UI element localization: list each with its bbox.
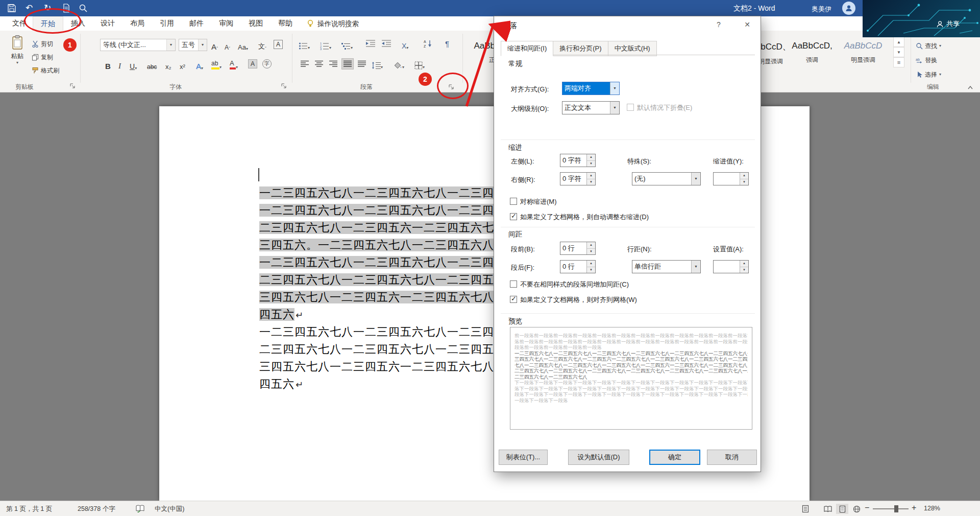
share-button[interactable]: 共享	[936, 19, 960, 29]
font-dialog-launcher-icon[interactable]	[281, 83, 287, 89]
document-area[interactable]: 一二三四五六七八一二三四五六七八一二三四一二三四五六七八一二三四五六七八一二三四…	[0, 92, 980, 501]
language-status[interactable]: 中文(中国)	[155, 505, 184, 513]
style-item-强调[interactable]: AaBbCcD,强调	[789, 37, 836, 71]
tabs-button[interactable]: 制表位(T)...	[499, 450, 548, 465]
ribbon-tab-审阅[interactable]: 审阅	[211, 16, 241, 31]
spin-up-icon[interactable]: ▲	[587, 242, 595, 249]
set-default-button[interactable]: 设为默认值(D)	[568, 450, 629, 465]
distribute-button[interactable]	[356, 58, 368, 69]
status-page-icon[interactable]	[799, 504, 812, 514]
cut-button[interactable]: 剪切	[32, 39, 53, 49]
indent-right-spin[interactable]: 0 字符 ▲▼	[560, 172, 596, 185]
font-size-combo[interactable]: 五号 ▼	[179, 39, 207, 51]
print-layout-icon[interactable]	[836, 504, 848, 514]
styles-more-button[interactable]: ≡	[893, 57, 904, 67]
ribbon-tab-帮助[interactable]: 帮助	[271, 16, 300, 31]
collapse-ribbon-icon[interactable]	[967, 85, 974, 90]
superscript-button[interactable]: x²	[180, 59, 185, 71]
style-item-明显强调[interactable]: AaBbCcD明显强调	[840, 37, 887, 71]
highlight-color-button[interactable]: ab▾	[211, 58, 222, 69]
line-spacing-combo[interactable]: 单倍行距 ▼	[632, 260, 701, 273]
save-icon[interactable]	[7, 4, 16, 13]
copy-button[interactable]: 复制	[32, 52, 53, 62]
bold-button[interactable]: B	[105, 59, 111, 71]
character-shading-button[interactable]: A	[248, 59, 257, 68]
zoom-in-button[interactable]: +	[912, 503, 916, 512]
mirror-indents-checkbox[interactable]: 对称缩进(M)	[510, 197, 557, 206]
zoom-out-button[interactable]: −	[865, 503, 869, 512]
styles-scroll-down-button[interactable]: ▼	[893, 47, 904, 57]
spin-up-icon[interactable]: ▲	[587, 173, 595, 179]
spin-down-icon[interactable]: ▼	[587, 179, 595, 185]
spin-down-icon[interactable]: ▼	[587, 267, 595, 273]
auto-adjust-right-indent-checkbox[interactable]: 如果定义了文档网格，则自动调整右缩进(D)	[510, 213, 649, 222]
asian-layout-button[interactable]: X▾	[402, 39, 408, 50]
word-count[interactable]: 258/378 个字	[78, 505, 115, 513]
change-case-button[interactable]: Aa▾	[238, 40, 248, 51]
avatar[interactable]	[842, 2, 855, 15]
shrink-font-button[interactable]: Aˇ	[225, 40, 230, 51]
spin-down-icon[interactable]: ▼	[587, 249, 595, 255]
ribbon-tab-设计[interactable]: 设计	[93, 16, 122, 31]
indent-by-spin[interactable]: ▲▼	[713, 172, 749, 185]
spin-up-icon[interactable]: ▲	[587, 154, 595, 161]
format-painter-button[interactable]: 格式刷	[32, 65, 59, 76]
ribbon-tab-引用[interactable]: 引用	[152, 16, 182, 31]
underline-button[interactable]: U▾	[130, 59, 137, 71]
read-mode-icon[interactable]	[822, 504, 834, 514]
document-text[interactable]: 一二三四五六七八一二三四五六七八一二三四一二三四五六七八一二三四五六七八一二三四…	[259, 184, 494, 393]
spin-down-icon[interactable]: ▼	[740, 267, 748, 273]
replace-button[interactable]: ab 替换	[916, 55, 937, 65]
zoom-slider-thumb[interactable]	[894, 505, 898, 512]
spin-up-icon[interactable]: ▲	[587, 261, 595, 267]
subscript-button[interactable]: x₂	[165, 59, 172, 71]
shading-button[interactable]: ▾	[394, 58, 404, 69]
dialog-tab-中文版式(H)[interactable]: 中文版式(H)	[608, 41, 657, 56]
clipboard-dialog-launcher-icon[interactable]	[69, 83, 76, 89]
ribbon-tab-邮件[interactable]: 邮件	[182, 16, 211, 31]
grow-font-button[interactable]: Aˆ	[211, 40, 218, 51]
font-color-button[interactable]: A▾	[230, 58, 238, 69]
increase-indent-button[interactable]	[380, 38, 393, 49]
bullets-button[interactable]: ▾	[299, 39, 310, 50]
no-space-same-style-checkbox[interactable]: 不要在相同样式的段落间增加间距(C)	[510, 280, 629, 289]
snap-to-grid-checkbox[interactable]: 如果定义了文档网格，则对齐到网格(W)	[510, 295, 637, 304]
numbering-button[interactable]: 123▾	[320, 39, 331, 50]
space-before-spin[interactable]: 0 行 ▲▼	[560, 242, 596, 255]
at-spin[interactable]: ▲▼	[713, 260, 749, 273]
borders-button[interactable]: ▾	[414, 58, 425, 69]
ribbon-tab-视图[interactable]: 视图	[241, 16, 271, 31]
dialog-tab-换行和分页(P)[interactable]: 换行和分页(P)	[553, 41, 608, 56]
spin-down-icon[interactable]: ▼	[740, 179, 748, 185]
character-border-button[interactable]: A	[274, 40, 283, 49]
space-after-spin[interactable]: 0 行 ▲▼	[560, 260, 596, 273]
special-combo[interactable]: (无) ▼	[632, 172, 701, 185]
paste-button[interactable]: 粘贴 ▾	[5, 35, 30, 65]
dialog-close-icon[interactable]: ✕	[741, 20, 753, 29]
ok-button[interactable]: 确定	[649, 450, 700, 465]
align-right-button[interactable]	[327, 58, 339, 69]
line-spacing-button[interactable]: ▾	[372, 58, 383, 69]
italic-button[interactable]: I	[118, 59, 121, 71]
spin-up-icon[interactable]: ▲	[740, 173, 748, 179]
align-center-button[interactable]	[313, 58, 325, 69]
align-left-button[interactable]	[299, 58, 311, 69]
cancel-button[interactable]: 取消	[707, 450, 757, 465]
zoom-level[interactable]: 128%	[924, 505, 940, 512]
spin-up-icon[interactable]: ▲	[740, 261, 748, 267]
justify-button[interactable]	[341, 58, 354, 69]
font-name-combo[interactable]: 等线 (中文正... ▼	[100, 39, 176, 51]
spin-down-icon[interactable]: ▼	[587, 161, 595, 167]
ribbon-tab-布局[interactable]: 布局	[122, 16, 152, 31]
strikethrough-button[interactable]: abc	[147, 59, 157, 71]
select-button[interactable]: 选择▾	[916, 69, 941, 80]
decrease-indent-button[interactable]	[364, 38, 377, 49]
styles-scroll-up-button[interactable]: ▲	[893, 37, 904, 47]
page-info[interactable]: 第 1 页，共 1 页	[6, 505, 52, 513]
enclose-characters-button[interactable]: 字	[262, 59, 272, 68]
phonetic-guide-button[interactable]: 文ˇ	[258, 40, 266, 51]
outline-level-combo[interactable]: 正文文本 ▼	[562, 101, 620, 114]
tell-me-search[interactable]: 操作说明搜索	[317, 19, 359, 29]
proofing-icon[interactable]	[136, 505, 144, 512]
web-layout-icon[interactable]	[850, 504, 863, 514]
